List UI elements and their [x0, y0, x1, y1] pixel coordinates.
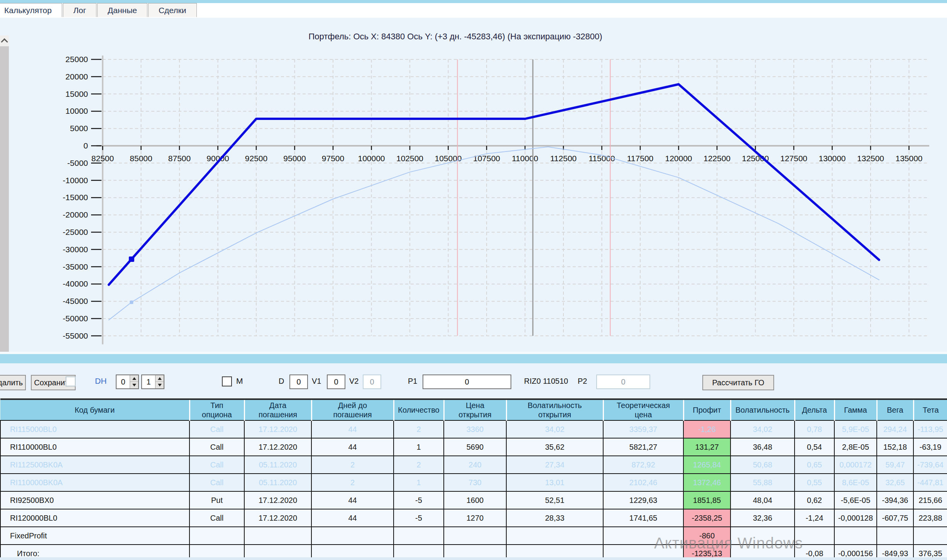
svg-text:132500: 132500 — [857, 154, 884, 163]
spin-down-button[interactable] — [130, 382, 138, 388]
table-cell: FixedProfit — [0, 527, 189, 545]
table-row[interactable]: FixedProfit-860 — [0, 527, 947, 545]
table-cell: 52,51 — [506, 491, 603, 509]
col-header-2: Тип опциона — [189, 399, 244, 420]
series-expiration — [109, 84, 879, 285]
svg-text:100000: 100000 — [358, 154, 385, 163]
m-checkbox[interactable] — [222, 376, 232, 386]
svg-text:127500: 127500 — [780, 154, 807, 163]
series-plus3days — [109, 147, 879, 320]
table-cell: 05.11.2020 — [244, 474, 311, 491]
table-cell: RI110000BK0A — [0, 474, 189, 491]
table-cell: Put — [189, 491, 244, 509]
table-cell: -1,24 — [795, 509, 834, 527]
table-cell: -5 — [394, 509, 444, 527]
table-row[interactable]: RI110000BL0Call17.12.2020441569035,62582… — [0, 438, 947, 456]
table-cell — [834, 527, 877, 545]
delete-button[interactable]: Удалить — [0, 375, 26, 390]
table-row[interactable]: RI92500BX0Put17.12.202044-5160052,511229… — [0, 491, 947, 509]
table-cell: 34,02 — [506, 420, 603, 438]
m-label: M — [236, 376, 243, 386]
table-cell: 34,02 — [731, 420, 795, 438]
table-cell: 0,78 — [795, 420, 834, 438]
vertical-scrollbar[interactable] — [0, 35, 9, 369]
table-cell: 44 — [311, 491, 394, 509]
table-cell: 0,65 — [795, 456, 834, 474]
table-cell: 3360 — [444, 420, 506, 438]
dh-spinner-2[interactable]: 1 — [141, 374, 164, 389]
d-field[interactable]: 0 — [289, 374, 308, 389]
v1-field[interactable]: 0 — [327, 374, 345, 389]
spin-down-button[interactable] — [155, 382, 164, 388]
svg-text:-45000: -45000 — [63, 297, 88, 305]
p2-field[interactable]: 0 — [596, 374, 650, 389]
col-header-5: Количество — [394, 399, 444, 420]
table-header-row: Код бумагиТип опционаДата погашенияДней … — [0, 399, 947, 420]
tab-2[interactable]: Лог — [63, 3, 96, 17]
table-cell: RI112500BK0A — [0, 456, 189, 474]
table-cell: 1265,84 — [683, 456, 731, 474]
table-bottom-strip — [0, 557, 947, 560]
v1-label: V1 — [312, 377, 321, 386]
scroll-up-button[interactable] — [0, 35, 9, 46]
tab-3[interactable]: Данные — [97, 3, 147, 17]
table-cell: 1851,85 — [683, 491, 731, 509]
table-cell: 17.12.2020 — [244, 420, 311, 438]
col-header-13: Вега — [877, 399, 913, 420]
svg-text:5000: 5000 — [70, 124, 88, 133]
svg-text:85000: 85000 — [130, 154, 152, 163]
windows-activation-watermark: Активация Windows — [654, 535, 803, 552]
table-cell: -607,75 — [877, 509, 913, 527]
table-cell: Call — [189, 420, 244, 438]
calc-margin-button[interactable]: Рассчитать ГО — [702, 375, 774, 390]
svg-text:130000: 130000 — [818, 154, 846, 163]
spin-up-button[interactable] — [155, 375, 164, 382]
v2-label: V2 — [349, 377, 359, 386]
table-cell: 13,01 — [506, 474, 603, 491]
table-cell: 59,47 — [877, 456, 913, 474]
table-cell: RI92500BX0 — [0, 491, 189, 509]
table-cell: 0,000172 — [834, 456, 877, 474]
table-cell: 28,33 — [506, 509, 603, 527]
table-cell: -1,26 — [683, 420, 731, 438]
table-cell: -0,000128 — [834, 509, 877, 527]
table-cell: -447,81 — [913, 474, 947, 491]
table-cell: Call — [189, 509, 244, 527]
table-cell: Call — [189, 438, 244, 456]
col-header-9: Профит — [683, 399, 731, 420]
svg-text:-10000: -10000 — [63, 176, 88, 185]
table-cell: 223,88 — [913, 509, 947, 527]
svg-text:112500: 112500 — [550, 154, 577, 163]
svg-text:97500: 97500 — [322, 154, 344, 163]
svg-text:10000: 10000 — [66, 106, 88, 115]
table-cell: 1741,65 — [603, 509, 683, 527]
table-cell: Call — [189, 456, 244, 474]
table-cell: RI120000BL0 — [0, 509, 189, 527]
dh-spinner-1[interactable]: 0 — [116, 374, 139, 389]
table-cell: 0,55 — [795, 474, 834, 491]
svg-text:-50000: -50000 — [63, 314, 88, 323]
table-cell: 2,8E-05 — [834, 438, 877, 456]
svg-text:-35000: -35000 — [63, 262, 88, 271]
table-cell: RI110000BL0 — [0, 438, 189, 456]
table-row[interactable]: RI115000BL0Call17.12.2020442336034,02335… — [0, 420, 947, 438]
table-row[interactable]: RI110000BK0ACall05.11.20202173013,012102… — [0, 474, 947, 491]
payoff-chart: 2500020000150001000050000-5000-10000-150… — [0, 18, 947, 352]
portfolio-chart-panel: 2500020000150001000050000-5000-10000-150… — [0, 18, 947, 352]
svg-text:25000: 25000 — [66, 55, 88, 64]
table-row[interactable]: RI112500BK0ACall05.11.20202224027,34872,… — [0, 456, 947, 474]
table-cell: 5821,27 — [603, 438, 683, 456]
v2-field[interactable]: 0 — [363, 374, 381, 389]
svg-text:82500: 82500 — [91, 154, 114, 163]
table-row[interactable]: RI120000BL0Call17.12.202044-5127028,3317… — [0, 509, 947, 527]
tab-1[interactable]: Калькулятор — [0, 3, 62, 17]
table-cell: Call — [189, 474, 244, 491]
table-cell: 17.12.2020 — [244, 438, 311, 456]
dh-checkbox[interactable] — [66, 376, 76, 386]
table-cell: 44 — [311, 420, 394, 438]
svg-text:20000: 20000 — [66, 72, 88, 81]
table-cell: 1229,63 — [603, 491, 683, 509]
tab-4[interactable]: Сделки — [148, 3, 197, 17]
p1-field[interactable]: 0 — [423, 374, 511, 389]
spin-up-button[interactable] — [130, 375, 138, 382]
